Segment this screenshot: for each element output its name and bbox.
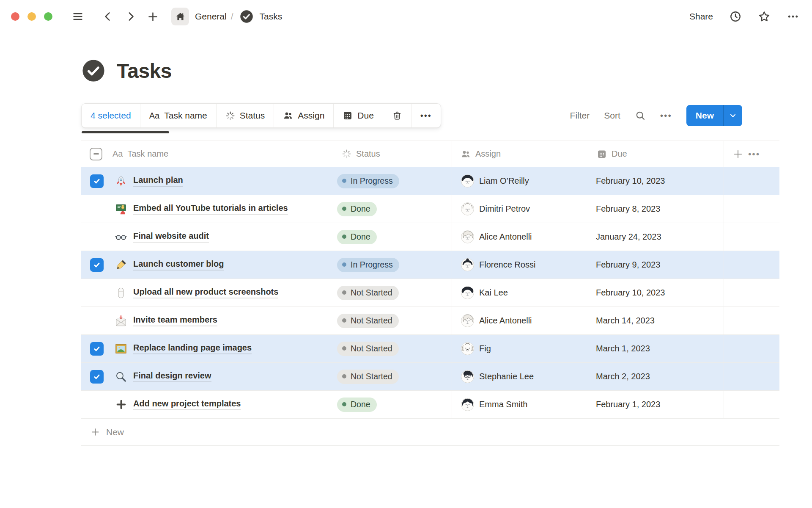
more-options-icon[interactable]	[787, 10, 799, 23]
status-cell[interactable]: Done	[333, 195, 452, 223]
close-window-button[interactable]	[11, 12, 19, 21]
breadcrumb-page[interactable]: Tasks	[260, 11, 283, 22]
assign-cell[interactable]: Alice Antonelli	[452, 223, 588, 251]
status-cell[interactable]: Not Started	[333, 307, 452, 334]
page-title-check-icon[interactable]	[81, 58, 106, 83]
nav-forward-icon[interactable]	[125, 11, 136, 22]
row-checkbox[interactable]	[90, 342, 104, 356]
nav-back-icon[interactable]	[102, 11, 113, 22]
table-row[interactable]: Invite team members Not Started Alice An…	[81, 307, 779, 335]
column-header-status[interactable]: Status	[333, 141, 452, 167]
table-row[interactable]: Launch customer blog In Progress Florenc…	[81, 251, 779, 279]
status-pill[interactable]: In Progress	[337, 258, 399, 272]
new-dropdown-chevron-icon[interactable]	[724, 105, 742, 126]
status-pill[interactable]: Done	[337, 398, 377, 412]
history-clock-icon[interactable]	[729, 10, 742, 23]
status-pill[interactable]: In Progress	[337, 174, 399, 188]
table-row[interactable]: Final website audit Done Alice Antonelli…	[81, 223, 779, 251]
sort-button[interactable]: Sort	[604, 110, 620, 121]
task-name-cell[interactable]: Final website audit	[81, 223, 333, 251]
status-cell[interactable]: Not Started	[333, 363, 452, 390]
column-header-due[interactable]: Due	[588, 141, 724, 167]
status-pill[interactable]: Not Started	[337, 314, 399, 328]
search-icon[interactable]	[635, 110, 646, 121]
task-title[interactable]: Launch plan	[133, 175, 183, 187]
new-row-button[interactable]: New	[81, 419, 779, 446]
task-name-cell[interactable]: Embed all YouTube tutorials in articles	[81, 195, 333, 223]
assign-cell[interactable]: Emma Smith	[452, 391, 588, 418]
toolbar-field-task-name[interactable]: Aa Task name	[140, 104, 217, 127]
column-header-task-name[interactable]: Aa Task name	[81, 141, 333, 167]
task-name-cell[interactable]: Invite team members	[81, 307, 333, 334]
assign-cell[interactable]: Dimitri Petrov	[452, 195, 588, 223]
status-pill[interactable]: Done	[337, 202, 377, 216]
toolbar-field-due[interactable]: Due	[334, 104, 383, 127]
toolbar-more-button[interactable]: •••	[411, 104, 441, 127]
task-title[interactable]: Launch customer blog	[133, 259, 224, 271]
share-button[interactable]: Share	[689, 11, 713, 22]
task-name-cell[interactable]: Final design review	[81, 363, 333, 390]
zoom-window-button[interactable]	[44, 12, 52, 21]
breadcrumb-workspace[interactable]: General	[195, 11, 227, 22]
select-all-checkbox[interactable]	[90, 148, 102, 160]
view-options-icon[interactable]: •••	[660, 110, 672, 121]
table-row[interactable]: Embed all YouTube tutorials in articles …	[81, 195, 779, 223]
selected-count-button[interactable]: 4 selected	[82, 104, 140, 127]
filter-button[interactable]: Filter	[570, 110, 590, 121]
task-name-cell[interactable]: Launch customer blog	[81, 251, 333, 279]
status-cell[interactable]: Done	[333, 391, 452, 418]
favorite-star-icon[interactable]	[758, 10, 771, 23]
due-cell[interactable]: February 10, 2023	[588, 167, 724, 195]
task-title[interactable]: Replace landing page images	[133, 343, 252, 354]
status-pill[interactable]: Done	[337, 230, 377, 244]
new-tab-icon[interactable]	[147, 11, 159, 22]
table-row[interactable]: Upload all new product screenshots Not S…	[81, 279, 779, 307]
toolbar-field-status[interactable]: Status	[217, 104, 274, 127]
assign-cell[interactable]: Florence Rossi	[452, 251, 588, 279]
status-cell[interactable]: Not Started	[333, 335, 452, 362]
status-cell[interactable]: In Progress	[333, 251, 452, 279]
task-title[interactable]: Final website audit	[133, 231, 209, 243]
toolbar-field-assign[interactable]: Assign	[274, 104, 334, 127]
due-cell[interactable]: March 2, 2023	[588, 363, 724, 390]
status-pill[interactable]: Not Started	[337, 286, 399, 300]
page-title[interactable]: Tasks	[117, 59, 172, 83]
task-name-cell[interactable]: Add new project templates	[81, 391, 333, 418]
due-cell[interactable]: February 8, 2023	[588, 195, 724, 223]
due-cell[interactable]: January 24, 2023	[588, 223, 724, 251]
assign-cell[interactable]: Kai Lee	[452, 279, 588, 306]
assign-cell[interactable]: Stephanie Lee	[452, 363, 588, 390]
status-cell[interactable]: Not Started	[333, 279, 452, 306]
status-pill[interactable]: Not Started	[337, 342, 399, 356]
task-title[interactable]: Final design review	[133, 371, 211, 382]
due-cell[interactable]: March 14, 2023	[588, 307, 724, 334]
add-column-icon[interactable]	[732, 149, 743, 160]
task-title[interactable]: Invite team members	[133, 315, 217, 326]
column-header-assign[interactable]: Assign	[452, 141, 588, 167]
table-options-icon[interactable]: •••	[748, 149, 760, 159]
due-cell[interactable]: March 1, 2023	[588, 335, 724, 362]
assign-cell[interactable]: Fig	[452, 335, 588, 362]
due-cell[interactable]: February 9, 2023	[588, 251, 724, 279]
assign-cell[interactable]: Liam O’Reilly	[452, 167, 588, 195]
minimize-window-button[interactable]	[27, 12, 36, 21]
status-cell[interactable]: Done	[333, 223, 452, 251]
table-row[interactable]: Final design review Not Started Stephani…	[81, 363, 779, 391]
row-checkbox[interactable]	[90, 174, 104, 188]
task-title[interactable]: Add new project templates	[133, 399, 241, 410]
delete-selected-button[interactable]	[383, 104, 411, 127]
new-button[interactable]: New	[686, 105, 724, 126]
assign-cell[interactable]: Alice Antonelli	[452, 307, 588, 334]
task-name-cell[interactable]: Replace landing page images	[81, 335, 333, 362]
task-title[interactable]: Upload all new product screenshots	[133, 287, 278, 298]
table-row[interactable]: Replace landing page images Not Started …	[81, 335, 779, 363]
status-cell[interactable]: In Progress	[333, 167, 452, 195]
task-title[interactable]: Embed all YouTube tutorials in articles	[133, 203, 288, 215]
due-cell[interactable]: February 1, 2023	[588, 391, 724, 418]
table-row[interactable]: Launch plan In Progress Liam O’Reilly Fe…	[81, 167, 779, 195]
home-icon[interactable]	[171, 8, 189, 25]
sidebar-menu-icon[interactable]	[72, 11, 84, 22]
due-cell[interactable]: February 10, 2023	[588, 279, 724, 306]
status-pill[interactable]: Not Started	[337, 370, 399, 384]
task-name-cell[interactable]: Upload all new product screenshots	[81, 279, 333, 306]
